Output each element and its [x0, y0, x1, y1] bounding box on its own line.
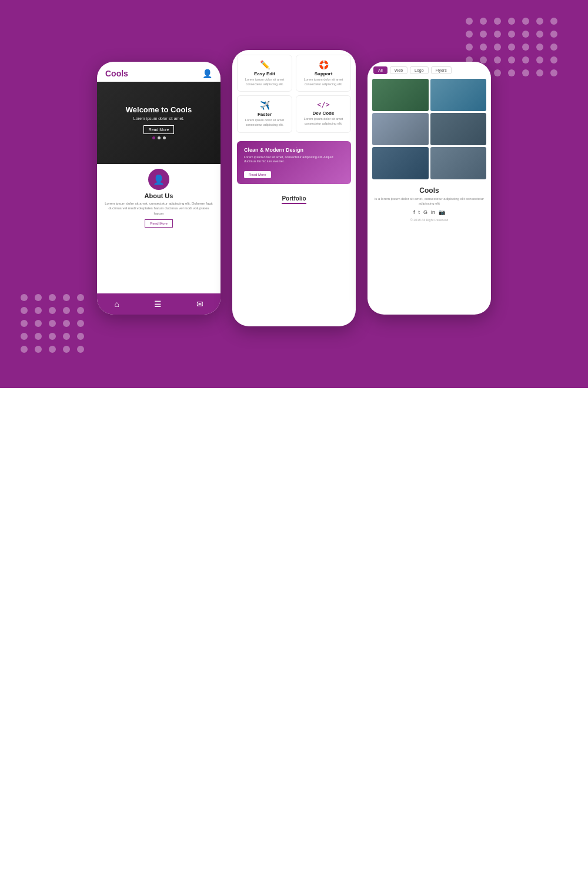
feature-text-4: Lorem ipsum dolor sit amet consectetur a… — [300, 117, 347, 126]
feature-text-2: Lorem ipsum dolor sit amet consectetur a… — [300, 78, 347, 86]
social-links: f t G in 📷 — [372, 209, 486, 215]
feature-easy-edit: ✏️ Easy Edit Lorem ipsum dolor sit amet … — [237, 55, 292, 92]
code-icon: </> — [300, 101, 347, 109]
feature-faster: ✈️ Faster Lorem ipsum dolor sit amet con… — [237, 95, 292, 132]
google-icon[interactable]: G — [423, 209, 427, 215]
phone-2: ✏️ Easy Edit Lorem ipsum dolor sit amet … — [232, 50, 356, 326]
avatar: 👤 — [148, 169, 169, 190]
mail-icon[interactable]: ✉ — [196, 299, 203, 309]
filter-bar: All Web Logo Flyers — [368, 62, 491, 76]
portfolio-grid — [368, 76, 491, 182]
hero-subtitle: Lorem ipsum dolor sit amet. — [133, 116, 184, 121]
portfolio-section: Portfolio — [232, 188, 356, 205]
hero-dots — [152, 136, 166, 139]
feature-text-3: Lorem ipsum dolor sit amet consectetur a… — [241, 118, 288, 127]
dot-inactive-1 — [158, 136, 161, 139]
menu-icon[interactable]: ☰ — [154, 299, 162, 309]
footer-text: is a lorem ipsum dolor sit amet, consect… — [372, 196, 486, 206]
phone-1: Cools 👤 Welcome to Cools Lorem ipsum dol… — [97, 62, 220, 315]
dot-active — [152, 136, 155, 139]
phone-3: All Web Logo Flyers Cools is a lorem ips… — [368, 62, 491, 315]
portfolio-label: Portfolio — [282, 195, 306, 204]
cta-button[interactable]: Read More — [244, 171, 271, 178]
phone-1-hero: Welcome to Cools Lorem ipsum dolor sit a… — [97, 82, 220, 164]
bottom-navbar: ⌂ ☰ ✉ — [97, 293, 220, 315]
feature-title-2: Support — [300, 71, 347, 76]
phone-1-header: Cools 👤 — [97, 62, 220, 82]
footer-brand: Cools — [372, 186, 486, 195]
portfolio-image-4 — [430, 113, 487, 145]
copyright: © 2018 All Right Reserved — [372, 218, 486, 222]
portfolio-image-3 — [372, 113, 429, 145]
feature-support: 🛟 Support Lorem ipsum dolor sit amet con… — [296, 55, 351, 92]
portfolio-image-1 — [372, 79, 429, 111]
hero-read-more-button[interactable]: Read More — [143, 125, 175, 134]
feature-title-3: Faster — [241, 112, 288, 117]
twitter-icon[interactable]: t — [418, 209, 420, 215]
about-text: Lorem ipsum dolor sit amet, consectetur … — [104, 201, 213, 216]
portfolio-image-2 — [430, 79, 487, 111]
support-icon: 🛟 — [300, 60, 347, 69]
facebook-icon[interactable]: f — [413, 209, 415, 215]
bottom-section — [0, 388, 588, 882]
about-read-more-button[interactable]: Read More — [145, 219, 173, 228]
about-section: 👤 About Us Lorem ipsum dolor sit amet, c… — [97, 164, 220, 232]
user-icon: 👤 — [202, 69, 212, 78]
filter-logo-button[interactable]: Logo — [410, 66, 429, 74]
portfolio-image-6 — [430, 147, 487, 179]
cta-title: Clean & Modern Design — [244, 147, 344, 153]
feature-title-1: Easy Edit — [241, 71, 288, 76]
feature-devcode: </> Dev Code Lorem ipsum dolor sit amet … — [296, 95, 351, 132]
cta-section: Clean & Modern Design Lorem ipsum dolor … — [237, 141, 351, 184]
home-icon[interactable]: ⌂ — [114, 299, 119, 309]
features-grid: ✏️ Easy Edit Lorem ipsum dolor sit amet … — [232, 50, 356, 138]
phones-container: Cools 👤 Welcome to Cools Lorem ipsum dol… — [97, 62, 491, 326]
about-title: About Us — [145, 192, 173, 199]
faster-icon: ✈️ — [241, 101, 288, 110]
phone-1-logo: Cools — [105, 69, 128, 78]
hero-title: Welcome to Cools — [126, 105, 192, 114]
phone-3-footer: Cools is a lorem ipsum dolor sit amet, c… — [368, 182, 491, 226]
feature-title-4: Dev Code — [300, 111, 347, 116]
hero-section: Cools 👤 Welcome to Cools Lorem ipsum dol… — [0, 0, 588, 388]
instagram-icon[interactable]: 📷 — [439, 209, 445, 215]
filter-all-button[interactable]: All — [373, 66, 387, 74]
feature-text-1: Lorem ipsum dolor sit amet consectetur a… — [241, 78, 288, 86]
dots-bottom-left — [21, 294, 85, 353]
dot-inactive-2 — [163, 136, 166, 139]
edit-icon: ✏️ — [241, 60, 288, 69]
linkedin-icon[interactable]: in — [431, 209, 435, 215]
cta-text: Lorem ipsum dolor sit amet, consectetur … — [244, 155, 344, 164]
portfolio-image-5 — [372, 147, 429, 179]
filter-flyers-button[interactable]: Flyers — [431, 66, 452, 74]
filter-web-button[interactable]: Web — [390, 66, 407, 74]
